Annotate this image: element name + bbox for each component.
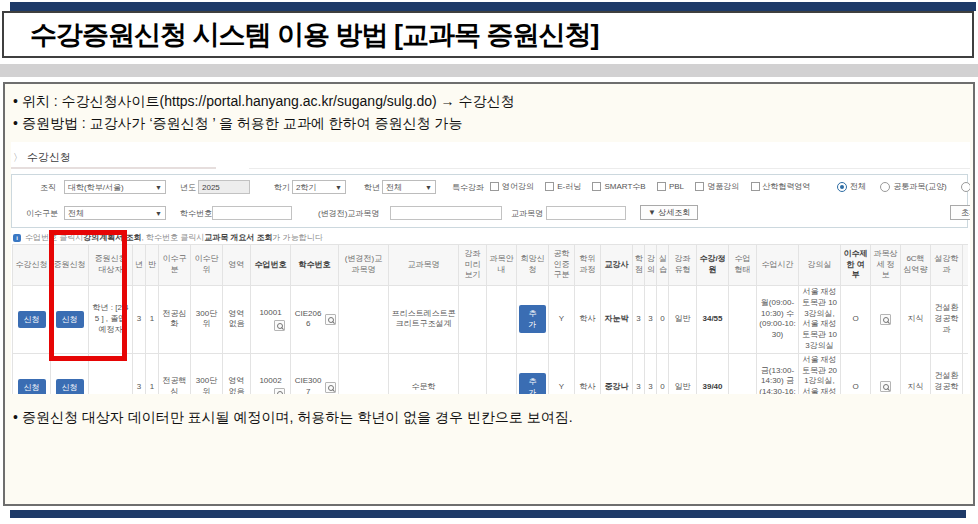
table-cell: 1 [146, 353, 159, 394]
column-header: 희망신청 [517, 245, 549, 286]
filter-label-year: 년도 [180, 182, 196, 193]
table-cell [729, 353, 757, 394]
radio-icon [961, 182, 970, 192]
table-cell: 300단위 [191, 286, 223, 354]
info-icon: i [13, 234, 21, 242]
table-cell: 전공심화 [159, 286, 191, 354]
column-header: 학위과정 [575, 245, 601, 286]
table-cell: 3 [133, 353, 146, 394]
checkbox-e-learning[interactable]: E-러닝 [545, 181, 581, 192]
bullet-icon: • [13, 93, 18, 109]
table-cell: 1 [146, 286, 159, 354]
course-detail-search-icon[interactable] [880, 314, 891, 325]
radio-major-course[interactable]: 학과과목(전공 [961, 181, 970, 192]
table-cell: 영역없음 [223, 353, 251, 394]
table-cell: 3 [633, 286, 645, 354]
table-cell [487, 286, 517, 354]
add-wish-button[interactable]: 추가 [519, 373, 546, 394]
checkbox-industry-area[interactable]: 산학협력영역 [751, 181, 811, 192]
bullet-location: •위치 : 수강신청사이트(https://portal.hanyang.ac.… [13, 93, 514, 111]
filter-label-org: 조직 [40, 182, 56, 193]
course-name-input[interactable] [546, 206, 626, 220]
checkbox-icon [592, 182, 601, 191]
filter-label-term: 학기 [274, 182, 290, 193]
grade-select[interactable]: 전체▼ [382, 180, 436, 194]
chevron-down-icon: ▼ [335, 184, 342, 191]
column-header: 강좌유형 [669, 245, 697, 286]
radio-icon [880, 182, 890, 192]
course-no-input[interactable] [212, 206, 292, 220]
table-cell: Y [549, 353, 575, 394]
course-outline-search-icon[interactable] [325, 314, 336, 325]
column-header: 수강신청 [13, 245, 51, 286]
radio-common-course[interactable]: 공통과목(교양) [880, 181, 946, 192]
column-header: 강좌 미리보기 [459, 245, 487, 286]
course-outline-search-icon[interactable] [325, 382, 336, 393]
prev-course-name-input[interactable] [390, 206, 502, 220]
chevron-down-icon: ▼ [425, 184, 432, 191]
highlight-red-box [49, 230, 127, 361]
column-header: 수강/정원 [697, 245, 729, 286]
raise-apply-button[interactable]: 신청 [56, 379, 84, 394]
table-cell [339, 286, 389, 354]
table-cell: 34/55 [697, 286, 729, 354]
column-header: (변경전)교과목명 [339, 245, 389, 286]
radio-icon [837, 182, 847, 192]
column-header: 영역 [223, 245, 251, 286]
reset-button[interactable]: 초기화 [950, 205, 970, 220]
table-cell [339, 353, 389, 394]
column-header: 과목안내 [487, 245, 517, 286]
syllabus-search-icon[interactable] [274, 388, 285, 394]
filter-label-course-name: 교과목명 [511, 208, 543, 219]
table-cell: CIE2066 [291, 286, 339, 354]
bullet-icon: • [13, 409, 18, 425]
course-type-select[interactable]: 전체▼ [64, 206, 166, 220]
table-cell [871, 353, 901, 394]
bullet-method: •증원방법 : 교강사가 ‘증원신청 ’ 을 허용한 교과에 한하여 증원신청 … [13, 115, 462, 133]
table-cell: 자눈박 [601, 286, 633, 354]
checkbox-icon [695, 182, 704, 191]
bottom-accent-bar [10, 510, 966, 518]
checkbox-premium-lecture[interactable]: 명품강의 [695, 181, 739, 192]
table-cell: 0 [657, 286, 669, 354]
org-select[interactable]: 대학(학부/서울)▼ [64, 180, 166, 194]
column-header: 수업시간 [757, 245, 799, 286]
table-cell [871, 286, 901, 354]
table-cell: 지식 [901, 353, 931, 394]
table-cell: 3 [633, 353, 645, 394]
column-header: 이수단위 [191, 245, 223, 286]
table-cell: Y [549, 286, 575, 354]
chevron-down-icon: ▼ [155, 210, 162, 217]
table-cell: CIE3007 [291, 353, 339, 394]
syllabus-search-icon[interactable] [274, 320, 285, 331]
checkbox-pbl[interactable]: PBL [657, 182, 684, 191]
detail-search-button[interactable]: ▼ 상세조회 [640, 205, 698, 220]
column-header: 교강사 [601, 245, 633, 286]
filter-label-course-no: 학수번호 [180, 208, 212, 219]
title-box: 수강증원신청 시스템 이용 방법 [교과목 증원신청] [2, 11, 974, 58]
table-cell: 수문학 [389, 353, 459, 394]
table-cell: 학사 [575, 353, 601, 394]
checkbox-smart[interactable]: SMART수B [592, 181, 645, 192]
radio-all[interactable]: 전체 [837, 181, 866, 192]
bullet-icon: • [13, 115, 18, 131]
year-input[interactable] [198, 180, 250, 194]
slide-page: 수강증원신청 시스템 이용 방법 [교과목 증원신청] •위치 : 수강신청사이… [0, 0, 978, 524]
table-cell: 3 [645, 353, 657, 394]
checkbox-icon [751, 182, 760, 191]
filter-panel: 조직 대학(학부/서울)▼ 년도 학기 2학기▼ 학년 전체▼ 특수강좌 영어강… [11, 174, 968, 228]
column-header: 학점 [633, 245, 645, 286]
enroll-apply-button[interactable]: 신청 [18, 379, 46, 394]
section-underline [11, 167, 216, 169]
column-header: 교과목명 [389, 245, 459, 286]
course-detail-search-icon[interactable] [880, 381, 891, 392]
enroll-apply-button[interactable]: 신청 [18, 311, 46, 328]
table-cell: 10001 [251, 286, 291, 354]
filter-label-course-type: 이수구분 [26, 208, 58, 219]
table-cell: 영역없음 [223, 286, 251, 354]
column-header: 과목상세 정보 [871, 245, 901, 286]
add-wish-button[interactable]: 추가 [519, 305, 546, 333]
term-select[interactable]: 2학기▼ [292, 180, 346, 194]
checkbox-english-lecture[interactable]: 영어강의 [490, 181, 534, 192]
section-title: 〉수강신청 [13, 150, 71, 165]
